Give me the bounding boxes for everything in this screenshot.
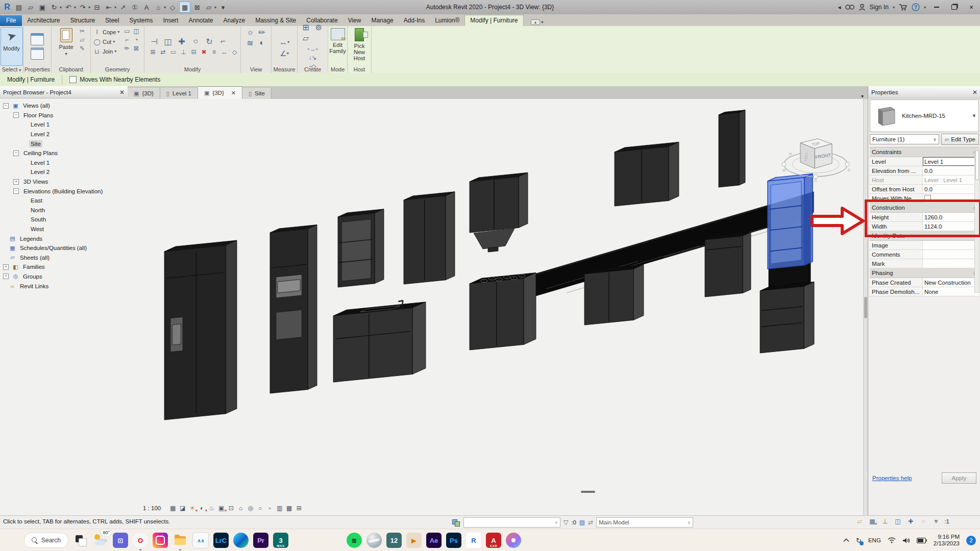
shadows-icon[interactable]: ◐× — [197, 504, 207, 512]
paste-button[interactable]: Paste▾ — [56, 27, 77, 57]
select-underlay-icon[interactable]: ▦× — [868, 517, 876, 525]
edge-browser[interactable] — [233, 533, 249, 548]
properties-header[interactable]: Properties ✕ — [868, 86, 980, 98]
revit-logo[interactable]: R — [2, 2, 12, 12]
default-3d-view-icon[interactable]: ⌂ — [153, 2, 163, 12]
create-assembly-icon[interactable]: ▱ — [300, 33, 311, 43]
add-to-set-icon[interactable]: ⇄ — [588, 519, 593, 526]
editable-only-icon[interactable]: ▽ — [564, 519, 568, 526]
sign-in-button[interactable]: Sign In — [870, 4, 889, 11]
offset-icon[interactable]: ⌐ — [122, 36, 131, 44]
view-tab-3d[interactable]: ▣{3D}✕ — [198, 86, 242, 99]
ribbon-tab-view[interactable]: View — [343, 15, 366, 26]
tree-item-elevations-building-elevation[interactable]: −Elevations (Building Elevation) — [0, 186, 128, 196]
help-icon[interactable]: ? — [912, 3, 920, 11]
drag-on-selection-icon[interactable]: ✚ — [906, 517, 915, 525]
tree-item-views-all[interactable]: −▣Views (all) — [0, 101, 128, 111]
join-geometry-tool[interactable]: ⊔Join▾ — [93, 46, 119, 56]
paint-icon[interactable]: ✏ — [122, 44, 131, 53]
apply-button[interactable]: Apply — [942, 472, 976, 484]
beam-icon[interactable]: ▭ — [122, 27, 131, 35]
property-value[interactable] — [923, 259, 979, 268]
edit-type-button[interactable]: ▱ Edit Type — [941, 134, 979, 145]
tree-expander-icon[interactable]: + — [3, 273, 9, 279]
lumion-app[interactable]: 12 — [386, 533, 402, 548]
store-cart-icon[interactable] — [899, 4, 908, 11]
tree-item-north[interactable]: North — [0, 206, 128, 215]
measure-distance-icon[interactable]: ↔ ▾ — [280, 38, 289, 46]
ribbon-tab-modify-furniture[interactable]: Modify | Furniture — [464, 15, 523, 26]
lightroom-app[interactable]: LrC — [213, 533, 229, 548]
revit-app[interactable]: R — [466, 533, 481, 548]
unpin-icon[interactable]: ⊟ — [189, 48, 198, 56]
undo-icon-dropdown[interactable]: ▾ — [74, 5, 76, 10]
premiere-app[interactable]: Pr — [253, 533, 268, 548]
wall-opening-icon[interactable]: ◫ — [132, 27, 140, 35]
tree-expander-icon[interactable]: − — [13, 188, 19, 194]
hide-analytical-model-icon[interactable]: ▩ — [284, 504, 294, 512]
spotify-app[interactable]: ≋ — [347, 533, 362, 548]
property-value[interactable]: 0.0 — [923, 185, 979, 193]
tag-by-category-icon[interactable]: ① — [130, 2, 140, 12]
match-type-icon[interactable]: ✎ — [78, 44, 87, 53]
tree-item-3d-views[interactable]: +3D Views — [0, 177, 128, 187]
view-tab-3d[interactable]: ▣{3D} — [128, 88, 160, 99]
microwave-hood-cabinet[interactable] — [470, 172, 528, 233]
video-chat-app[interactable]: ⊡ — [113, 533, 128, 548]
ribbon-tab-structure[interactable]: Structure — [65, 15, 100, 26]
detail-level-icon[interactable]: ▦ — [168, 504, 178, 512]
tree-item-east[interactable]: East — [0, 196, 128, 206]
crop-view-icon[interactable]: ▣× — [216, 504, 226, 512]
select-pinned-icon[interactable]: ⊥ — [880, 517, 889, 525]
split-face-icon[interactable]: ◔ — [132, 36, 140, 44]
redo-icon-dropdown[interactable]: ▾ — [88, 5, 90, 10]
array-icon[interactable]: ⊞ — [149, 48, 157, 56]
pin-icon[interactable]: ⊥ — [179, 48, 188, 56]
ribbon-tab-manage[interactable]: Manage — [366, 15, 398, 26]
mirror-icon[interactable]: ⇄ — [159, 48, 167, 56]
base-cabinet-dishwasher[interactable] — [705, 232, 751, 297]
measure-icon[interactable]: ⇤ — [104, 2, 114, 12]
type-dropdown-icon[interactable]: ▼ — [972, 113, 978, 118]
delete-icon[interactable]: ✖ — [200, 48, 208, 56]
ribbon-tab-analyze[interactable]: Analyze — [218, 15, 251, 26]
properties-close-icon[interactable]: ✕ — [972, 89, 977, 96]
property-value[interactable]: Level 1 — [923, 157, 979, 166]
photoshop-app[interactable]: Ps — [446, 533, 461, 548]
create-group-icon[interactable]: ⊚ — [313, 22, 324, 33]
workset-combo[interactable]: ∨ — [463, 517, 560, 528]
ribbon-tab-file[interactable]: File — [0, 15, 22, 26]
property-value[interactable] — [923, 241, 979, 249]
text-icon[interactable]: A — [141, 2, 152, 12]
paintbrush-icon[interactable]: ✏ — [256, 27, 267, 37]
help-dropdown-icon[interactable]: ▾ — [924, 5, 926, 10]
copy-to-clipboard-icon[interactable]: ▱ — [78, 36, 87, 44]
ribbon-tab-lumion[interactable]: Lumion® — [430, 15, 464, 26]
type-properties-icon[interactable] — [31, 47, 44, 60]
show-crop-region-icon[interactable]: ⊡ — [226, 504, 236, 512]
tree-expander-icon[interactable]: + — [3, 264, 9, 270]
tree-expander-icon[interactable]: + — [13, 179, 19, 185]
3dsmax-app[interactable]: 3MAX — [273, 533, 288, 548]
volume-icon[interactable] — [902, 537, 910, 544]
ribbon-tab-insert[interactable]: Insert — [158, 15, 183, 26]
move-icon[interactable]: ✚ — [176, 36, 187, 46]
minimize-button[interactable] — [930, 2, 943, 13]
language-indicator[interactable]: ENG — [868, 537, 881, 543]
sun-path-icon[interactable]: ☀× — [187, 504, 197, 512]
media-player-app[interactable]: ▶ — [406, 533, 422, 548]
opera-browser[interactable]: O — [133, 533, 148, 548]
drawing-area[interactable]: FRONTTOPLEFTNESW 1 : 100 ▦◪☀×◐×♨▣×⊡⌂◎○▫▥… — [128, 99, 868, 515]
default-3d-view-icon-dropdown[interactable]: ▾ — [164, 5, 166, 10]
view-tab-level-1[interactable]: ▯Level 1 — [160, 88, 198, 99]
base-cabinet-mid[interactable] — [584, 264, 644, 325]
tree-item-level-1[interactable]: Level 1 — [0, 158, 128, 168]
tree-item-sheets-all[interactable]: ▱Sheets (all) — [0, 253, 128, 263]
cut-to-clipboard-icon[interactable]: ✂ — [78, 27, 87, 35]
save-icon[interactable]: ▣ — [37, 2, 47, 12]
tree-item-level-1[interactable]: Level 1 — [0, 120, 128, 130]
tree-item-families[interactable]: +◧Families — [0, 262, 128, 272]
properties-palette-icon[interactable] — [31, 33, 44, 45]
filter-icon[interactable]: ▼ — [932, 517, 940, 525]
customize-qat-icon[interactable]: ▾ — [218, 2, 228, 12]
